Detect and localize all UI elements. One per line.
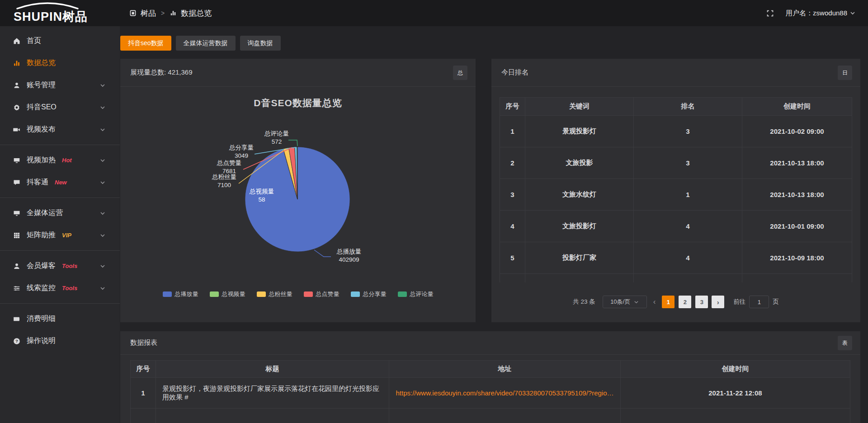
legend-swatch xyxy=(398,291,407,297)
sidebar-item-label: 视频加热 xyxy=(27,155,56,165)
sidebar-divider xyxy=(0,250,120,251)
sidebar-item-user[interactable]: 账号管理 xyxy=(0,74,120,96)
legend-label: 总粉丝量 xyxy=(269,290,292,298)
fullscreen-icon[interactable] xyxy=(766,9,774,17)
ranking-table: 序号关键词排名创建时间 1景观投影灯32021-10-02 09:002文旅投影… xyxy=(500,97,852,282)
display-icon xyxy=(13,156,21,164)
goto-page-input[interactable] xyxy=(749,296,769,308)
sidebar-item-member[interactable]: 会员爆客Tools xyxy=(0,255,120,277)
app-logo: SHUPIN树品 xyxy=(14,3,113,23)
gear-icon xyxy=(13,103,21,112)
chevron-down-icon xyxy=(100,158,105,163)
report-table-button[interactable]: 表 xyxy=(838,336,852,350)
page-button-3[interactable]: 3 xyxy=(695,296,708,308)
table-cell: 1 xyxy=(634,179,742,211)
breadcrumb-root[interactable]: 树品 xyxy=(141,8,156,19)
user-menu[interactable]: 用户名：zswodun88 xyxy=(786,9,855,18)
column-header: 序号 xyxy=(131,361,156,378)
goto-label: 前往 xyxy=(733,298,745,306)
table-cell: 4 xyxy=(634,211,742,242)
table-row: 4文旅投影灯42021-10-01 09:00 xyxy=(500,211,852,242)
overview-total-button[interactable]: 总 xyxy=(453,66,467,80)
goto-suffix: 页 xyxy=(773,298,779,306)
next-page-button[interactable]: › xyxy=(712,296,724,308)
sidebar-item-label: 消费明细 xyxy=(27,314,56,324)
prev-page-button[interactable]: ‹ xyxy=(653,297,656,306)
ranking-panel-title: 今日排名 xyxy=(501,68,528,77)
ranking-panel: 今日排名 日 序号关键词排名创建时间 1景观投影灯32021-10-02 09:… xyxy=(491,59,860,322)
sidebar-item-wallet[interactable]: 消费明细 xyxy=(0,308,120,330)
table-cell: 2021-10-13 18:00 xyxy=(742,179,852,211)
table-row-partial xyxy=(131,409,850,423)
legend-swatch xyxy=(351,291,360,297)
sidebar-item-label: 全媒体运营 xyxy=(27,208,63,218)
sidebar-item-label: 数据总览 xyxy=(27,58,56,68)
table-cell: 4 xyxy=(500,211,525,242)
breadcrumb-current[interactable]: 数据总览 xyxy=(181,8,212,19)
table-cell xyxy=(500,274,525,283)
page-button-2[interactable]: 2 xyxy=(679,296,691,308)
page-size-select[interactable]: 10条/页 xyxy=(603,296,647,308)
legend-item[interactable]: 总视频量 xyxy=(210,290,245,298)
table-cell: 1 xyxy=(500,116,525,147)
table-cell xyxy=(525,274,634,283)
table-row: 2文旅投影32021-10-13 18:00 xyxy=(500,147,852,179)
sidebar-item-label: 视频发布 xyxy=(27,125,56,134)
table-cell: 景观投影灯 xyxy=(525,116,634,147)
chevron-down-icon xyxy=(100,127,105,132)
pie-label-fans: 总粉丝量7100 xyxy=(202,173,247,189)
sidebar-divider xyxy=(0,145,120,145)
legend-label: 总播放量 xyxy=(175,290,198,298)
sidebar-item-label: 线索监控 xyxy=(27,283,56,293)
legend-swatch xyxy=(163,291,172,297)
legend-swatch xyxy=(210,291,219,297)
monitor-icon xyxy=(13,209,21,217)
sidebar-item-videocam[interactable]: 视频发布 xyxy=(0,118,120,141)
legend-item[interactable]: 总评论量 xyxy=(398,290,434,298)
sidebar-item-label: 首页 xyxy=(27,36,41,46)
ranking-day-button[interactable]: 日 xyxy=(838,66,852,80)
user-icon xyxy=(13,81,21,89)
chevron-down-icon xyxy=(100,286,105,291)
legend-item[interactable]: 总粉丝量 xyxy=(257,290,292,298)
sidebar-badge: Tools xyxy=(62,263,77,269)
pie-chart-svg[interactable] xyxy=(120,87,476,322)
chart-icon xyxy=(13,59,21,67)
breadcrumb-separator: > xyxy=(161,9,165,17)
sidebar-item-grid[interactable]: 矩阵助推VIP xyxy=(0,224,120,246)
chevron-down-icon xyxy=(100,105,105,110)
table-cell: 3 xyxy=(634,116,742,147)
sidebar: 首页数据总览账号管理抖音SEO视频发布视频加热Hot抖客通New全媒体运营矩阵助… xyxy=(0,26,120,423)
chevron-down-icon xyxy=(100,83,105,88)
sidebar-item-label: 抖音SEO xyxy=(27,103,57,112)
tab-active[interactable]: 抖音seo数据 xyxy=(120,36,171,51)
column-header: 排名 xyxy=(634,98,742,116)
report-time-cell: 2021-11-22 12:08 xyxy=(621,378,850,409)
video-link[interactable]: https://www.iesdouyin.com/share/video/70… xyxy=(395,389,615,397)
sidebar-item-home[interactable]: 首页 xyxy=(0,30,120,52)
sidebar-item-chat[interactable]: 抖客通New xyxy=(0,171,120,193)
table-cell xyxy=(389,409,621,423)
table-cell: 1 xyxy=(131,378,156,409)
table-cell: 2021-10-09 18:00 xyxy=(742,242,852,274)
sidebar-item-gear[interactable]: 抖音SEO xyxy=(0,96,120,118)
chart-legend: 总播放量总视频量总粉丝量总点赞量总分享量总评论量 xyxy=(120,290,476,298)
chevron-down-icon xyxy=(634,300,639,305)
top-bar: SHUPIN树品 树品 > 数据总览 用户名：zswodun88 xyxy=(0,0,868,26)
report-panel: 数据报表 表 序号标题地址创建时间 1景观投影灯，夜游景观投影灯厂家展示展示落花… xyxy=(120,331,860,423)
sidebar-item-display[interactable]: 视频加热Hot xyxy=(0,149,120,171)
sidebar-item-chart[interactable]: 数据总览 xyxy=(0,52,120,74)
legend-item[interactable]: 总点赞量 xyxy=(304,290,340,298)
sidebar-item-help[interactable]: ?操作说明 xyxy=(0,330,120,352)
table-cell: 2021-10-02 09:00 xyxy=(742,116,852,147)
legend-item[interactable]: 总播放量 xyxy=(163,290,198,298)
sidebar-item-sliders[interactable]: 线索监控Tools xyxy=(0,277,120,299)
legend-item[interactable]: 总分享量 xyxy=(351,290,387,298)
sidebar-item-monitor[interactable]: 全媒体运营 xyxy=(0,202,120,224)
chevron-down-icon xyxy=(100,180,105,185)
page-button-1[interactable]: 1 xyxy=(662,296,675,308)
chevron-down-icon xyxy=(100,211,105,216)
report-panel-title: 数据报表 xyxy=(130,338,157,347)
tab-inactive[interactable]: 询盘数据 xyxy=(240,36,281,51)
tab-inactive[interactable]: 全媒体运营数据 xyxy=(176,36,236,51)
